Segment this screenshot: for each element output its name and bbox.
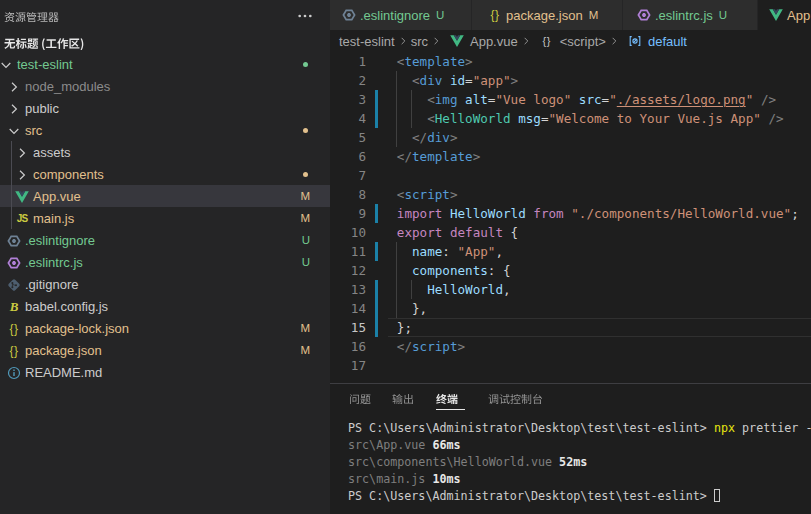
- tree-item-components[interactable]: components: [0, 163, 330, 185]
- tree-item-assets[interactable]: assets: [0, 141, 330, 163]
- active-panel-tab-underline: [436, 409, 466, 410]
- tab-.eslintignore[interactable]: .eslintignoreU: [330, 0, 472, 30]
- code-line-6: 6</template>: [330, 147, 811, 166]
- panel-tab-problems[interactable]: [349, 384, 371, 410]
- tree-item-main.js[interactable]: JSmain.jsM: [0, 207, 330, 229]
- tree-item-.eslintignore[interactable]: .eslintignoreU: [0, 229, 330, 251]
- line-number: 13: [330, 280, 366, 299]
- code-line-13: 13 HelloWorld,: [330, 280, 811, 299]
- git-status-badge: M: [589, 9, 599, 21]
- git-status-badge: U: [302, 251, 310, 273]
- code-line-15: 15};: [330, 318, 811, 337]
- chevron-right-icon[interactable]: [14, 166, 30, 182]
- tree-item-README.md[interactable]: README.md: [0, 361, 330, 383]
- breadcrumb-item-App.vue[interactable]: App.vue: [444, 33, 518, 50]
- indent-guide: [411, 90, 412, 128]
- code-editor[interactable]: 1<template>2 <div id="app">3 <img alt="V…: [330, 52, 811, 383]
- code-line-14: 14 },: [330, 299, 811, 318]
- chevron-right-icon[interactable]: [6, 100, 22, 116]
- code-text: components: {: [397, 261, 511, 280]
- chevron-right-icon[interactable]: [14, 144, 30, 160]
- panel-tabbar: [330, 384, 811, 413]
- tree-item-public[interactable]: public: [0, 97, 330, 119]
- git-status-badge: M: [300, 185, 310, 207]
- terminal[interactable]: PS C:\Users\Administrator\Desktop\test\t…: [348, 420, 811, 514]
- breadcrumb-label: <script>: [560, 34, 606, 49]
- line-number: 8: [330, 185, 366, 204]
- code-text: <div id="app">: [397, 71, 518, 90]
- tab-App.vue[interactable]: App.vue: [758, 0, 811, 30]
- tab-.eslintrc.js[interactable]: .eslintrc.jsU: [623, 0, 758, 30]
- line-number: 15: [330, 318, 366, 337]
- braces-icon: {}: [6, 342, 22, 358]
- code-line-12: 12 components: {: [330, 261, 811, 280]
- info-icon: [6, 364, 22, 380]
- git-status-badge: [303, 119, 310, 141]
- tree-item-label: components: [33, 167, 104, 182]
- code-line-8: 8<script>: [330, 185, 811, 204]
- code-text: export default {: [397, 223, 518, 242]
- tree-item-.eslintrc.js[interactable]: .eslintrc.jsU: [0, 251, 330, 273]
- line-number: 9: [330, 204, 366, 223]
- breadcrumb-item-default[interactable]: default: [622, 33, 687, 50]
- editor-area: .eslintignoreU{}package.jsonM.eslintrc.j…: [330, 0, 811, 514]
- indent-guide: [396, 71, 397, 147]
- git-modified-gutter: [375, 90, 378, 128]
- tree-item-label: assets: [33, 145, 71, 160]
- line-number: 10: [330, 223, 366, 242]
- code-line-10: 10export default {: [330, 223, 811, 242]
- tree-item-.gitignore[interactable]: .gitignore: [0, 273, 330, 295]
- code-text: },: [397, 299, 427, 318]
- breadcrumb-label: src: [411, 34, 428, 49]
- vue-icon: [14, 188, 30, 204]
- breadcrumb-item-script[interactable]: {}<script>: [534, 33, 606, 50]
- code-text: <HelloWorld msg="Welcome to Your Vue.js …: [397, 109, 784, 128]
- breadcrumb-item-src[interactable]: src: [411, 34, 428, 49]
- tree-item-App.vue[interactable]: App.vueM: [0, 185, 330, 207]
- code-line-5: 5 </div>: [330, 128, 811, 147]
- tree-item-label: test-eslint: [17, 57, 73, 72]
- chevron-right-icon[interactable]: [6, 78, 22, 94]
- tree-item-label: package-lock.json: [25, 321, 129, 336]
- git-status-badge: [303, 163, 310, 185]
- breadcrumb-separator-icon: [606, 33, 622, 50]
- explorer-title: [4, 5, 59, 23]
- panel-tab-terminal[interactable]: [436, 384, 458, 410]
- vue-icon: [768, 7, 784, 24]
- code-text: </script>: [397, 337, 465, 356]
- indent-guide: [396, 242, 397, 318]
- tree-item-label: README.md: [25, 365, 102, 380]
- panel-tab-output[interactable]: [392, 384, 414, 410]
- vscode-window: test-eslintnode_modulespublicsrcassetsco…: [0, 0, 811, 514]
- tree-item-test-eslint[interactable]: test-eslint: [0, 53, 330, 75]
- line-number: 1: [330, 52, 366, 71]
- code-text: </div>: [397, 128, 458, 147]
- line-number: 6: [330, 147, 366, 166]
- chevron-down-icon[interactable]: [6, 122, 22, 138]
- panel-tab-debug[interactable]: [488, 384, 543, 410]
- git-status-badge: U: [719, 9, 727, 21]
- tree-item-label: .eslintignore: [25, 233, 95, 248]
- line-number: 7: [330, 166, 366, 185]
- breadcrumb-item-test-eslint[interactable]: test-eslint: [339, 34, 395, 49]
- workspace-section-header[interactable]: [4, 31, 84, 53]
- tree-item-label: node_modules: [25, 79, 110, 94]
- tree-item-node_modules[interactable]: node_modules: [0, 75, 330, 97]
- braces-icon: {}: [487, 7, 503, 24]
- babel-icon: B: [6, 298, 22, 314]
- tree-item-package.json[interactable]: {}package.jsonM: [0, 339, 330, 361]
- tab-package.json[interactable]: {}package.jsonM: [472, 0, 623, 30]
- more-actions-icon[interactable]: [297, 6, 313, 22]
- tree-item-package-lock.json[interactable]: {}package-lock.jsonM: [0, 317, 330, 339]
- git-status-badge: M: [300, 207, 310, 229]
- code-text: HelloWorld,: [397, 280, 511, 299]
- tree-item-src[interactable]: src: [0, 119, 330, 141]
- code-text: };: [397, 318, 412, 337]
- chevron-down-icon[interactable]: [0, 56, 14, 72]
- git-status-badge: U: [436, 9, 444, 21]
- tree-item-label: public: [25, 101, 59, 116]
- explorer-sidebar: test-eslintnode_modulespublicsrcassetsco…: [0, 0, 330, 514]
- tree-item-babel.config.js[interactable]: Bbabel.config.js: [0, 295, 330, 317]
- code-text: import HelloWorld from "./components/Hel…: [397, 204, 799, 223]
- code-line-17: 17: [330, 356, 811, 375]
